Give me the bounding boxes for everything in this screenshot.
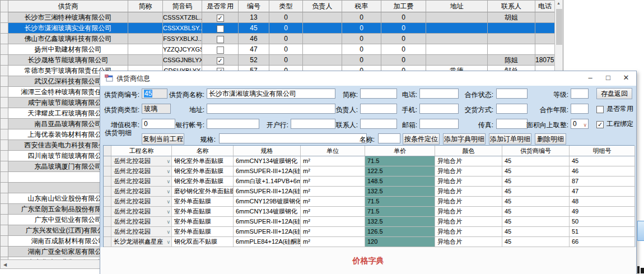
delete-detail-button[interactable]: 删除明细 [535,133,566,145]
common-use-checkbox[interactable] [596,106,604,113]
manager-input[interactable] [360,104,397,114]
detail-column-header[interactable]: 单价 [365,146,435,156]
supplier-row[interactable]: 长沙晟格节能玻璃有限公司CSSGJNBLYXGS✓52000陈姐180751 [1,55,554,66]
column-header[interactable]: 类型 [269,1,303,12]
area-roundup-combobox[interactable]: 0 ∨ [571,119,589,129]
detail-row[interactable]: 岳州北控花园∨室外单面贴膜6mmSUPER-III+12A(硅...m²132.… [104,217,634,227]
short-name-input[interactable] [360,89,397,99]
copy-current-project-button[interactable]: 复制当前工程 [142,133,184,145]
combo-down-icon[interactable]: ∨ [166,217,170,227]
supplier-name-input[interactable]: 长沙市潇湘玻璃实业有限公司 [207,89,335,99]
maximize-button[interactable]: □ [599,71,617,86]
combo-down-icon[interactable]: ∨ [166,238,170,247]
detail-row[interactable]: 岳州北控花园∨钢化室外单面贴膜6mmSUPER-III+12A(硅...m²12… [104,166,634,177]
combo-down-icon[interactable]: ∨ [166,207,170,217]
detail-column-header[interactable]: 颜色 [435,146,502,156]
price-cell[interactable]: 71.5 [365,156,435,166]
price-cell[interactable]: 132.5 [365,217,435,227]
coop-years-input[interactable] [571,104,589,114]
column-header[interactable]: 联系人 [488,1,535,12]
detail-row[interactable]: 岳州北控花园∨钢化室外单面贴膜6mmCNY134镀膜钢化m²71.5异地合片45… [104,156,634,166]
project-combo-cell[interactable]: 岳州北控花园∨ [111,177,172,187]
project-combo-cell[interactable]: 岳州北控花园∨ [111,166,172,177]
common-checkbox[interactable] [217,36,224,43]
name-filter-input[interactable] [378,133,400,143]
combo-down-icon[interactable]: ∨ [166,157,170,166]
common-checkbox[interactable] [217,47,224,54]
combo-down-icon[interactable]: ∨ [166,227,170,237]
spec-filter-input[interactable] [219,133,367,143]
add-order-detail-button[interactable]: 添加订单明细 [489,133,531,145]
column-header[interactable]: 地址 [426,1,488,12]
scroll-up-icon[interactable]: ▲ [557,1,561,5]
row-header-cell [104,217,111,227]
detail-row[interactable]: 长沙龙湖祺鑫星座∨钢化双面不贴膜6mmPLE84+12A(硅酮胶...m²120… [104,237,634,247]
detail-column-header[interactable]: 单位 [301,146,365,156]
combo-down-icon[interactable]: ∨ [583,120,587,129]
project-bind-checkbox[interactable]: ✓ [596,121,604,128]
detail-row[interactable]: 岳州北控花园∨钢化室外单面贴膜6mm白玻+1.14PVB+6mm...m²148… [104,177,634,187]
contact-input[interactable] [360,119,397,129]
supplier-row[interactable]: 佛山市亿鑫玻璃科技有限公司FSSYXBLKJ..46000 [1,34,554,44]
detail-row[interactable]: 岳州北控花园∨磨砂钢化室外单面贴膜6mmSUPER-III+12A(硅...m²… [104,187,634,197]
price-cell[interactable]: 120 [365,237,435,247]
detail-row[interactable]: 岳州北控花园∨室外单面贴膜6mmCNY129B镀膜钢化m²71.5异地合片454… [104,197,634,207]
detail-column-header[interactable]: 名称 [172,146,234,156]
detail-column-header[interactable]: 明细号 [570,146,635,156]
phone-input[interactable] [419,89,459,99]
combo-down-icon[interactable]: ∨ [166,177,170,187]
close-button[interactable]: ✕ [617,71,635,86]
detail-column-header[interactable]: 供货商编号 [502,146,570,156]
supplier-row[interactable]: 长沙市潇湘玻璃实业有限公司CSSXXBLSY..45000 [1,23,554,34]
column-header[interactable]: 简称 [128,1,163,12]
column-header[interactable]: 是否常用 [202,1,239,12]
price-cell[interactable]: 132.5 [365,187,435,197]
combo-down-icon[interactable]: ∨ [166,167,170,177]
spec-cell: 6mmSUPER-III+12A(硅... [234,166,301,177]
bank-account-input[interactable] [207,119,259,129]
column-header[interactable]: 编号 [239,1,269,12]
common-checkbox[interactable]: ✓ [217,57,224,64]
minimize-button[interactable]: – [581,71,599,86]
add-dict-detail-button[interactable]: 添加字典明细 [443,133,486,145]
name-cell: 室外单面贴膜 [172,217,234,227]
supplier-row[interactable]: 扬州中勤建材有限公司YZZQJCYXGS47000 [1,44,554,55]
price-cell[interactable]: 71.5 [365,197,435,207]
detail-row[interactable]: 岳州北控花园∨室外单面贴膜6mmCNY134镀膜钢化m²71.5异地合片4549 [104,207,634,217]
grade-input[interactable] [571,89,589,99]
save-return-button[interactable]: 存盘返回 [596,88,632,99]
email-input[interactable] [419,119,459,129]
common-checkbox[interactable]: ✓ [217,15,224,22]
combo-down-icon[interactable]: ∨ [166,197,170,207]
supplier-row[interactable]: 长沙市三湘特种玻璃有限公司CSSSXTZBL..✓13000胡姐 [1,12,554,23]
common-checkbox[interactable] [217,25,224,32]
project-combo-cell[interactable]: 岳州北控花园∨ [111,207,172,217]
address-input[interactable] [207,104,335,114]
project-combo-cell[interactable]: 长沙龙湖祺鑫星座∨ [111,237,172,247]
price-cell[interactable]: 122.5 [365,166,435,177]
mobile-input[interactable] [419,104,459,114]
combo-down-icon[interactable]: ∨ [166,187,170,197]
project-combo-cell[interactable]: 岳州北控花园∨ [111,197,172,207]
detail-column-header[interactable]: 规格 [234,146,301,156]
scroll-left-icon[interactable]: ◀ [3,262,7,267]
detail-row[interactable]: 岳州北控花园∨室外单面贴膜6mmSUPER-III+12A(硅...m²126.… [104,227,634,237]
column-header[interactable]: 简音码 [163,1,202,12]
column-header[interactable]: 加工费 [381,1,426,12]
scrollbar-thumb[interactable] [556,9,562,45]
cell-fee: 0 [381,23,426,34]
column-header[interactable]: 电话 [535,1,555,12]
project-combo-cell[interactable]: 岳州北控花园∨ [111,217,172,227]
detail-column-header[interactable]: 工程名称 [111,146,172,156]
locate-by-condition-button[interactable]: 按条件定位 [403,133,440,145]
dialog-titlebar[interactable]: 供货商信息 – □ ✕ [100,71,636,86]
column-header[interactable]: 税率 [342,1,381,12]
price-cell[interactable]: 71.5 [365,207,435,217]
price-cell[interactable]: 148.5 [365,177,435,187]
project-combo-cell[interactable]: 岳州北控花园∨ [111,187,172,197]
column-header[interactable]: 负责人 [303,1,342,12]
project-combo-cell[interactable]: 岳州北控花园∨ [111,227,172,237]
price-cell[interactable]: 126.5 [365,227,435,237]
project-combo-cell[interactable]: 岳州北控花园∨ [111,156,172,166]
column-header[interactable]: 供货商 [8,1,128,12]
